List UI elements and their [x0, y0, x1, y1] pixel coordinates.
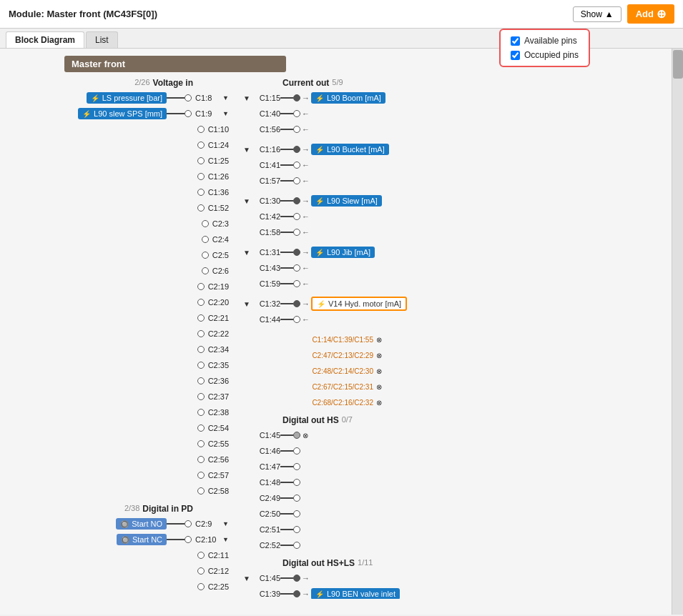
collapse-slew[interactable]: ▼ [243, 197, 252, 205]
c2-6-circle [202, 267, 209, 274]
c2-36-circle [197, 377, 205, 384]
c2-35-circle [197, 362, 205, 369]
pin-c1-36: C1:36 [7, 185, 229, 199]
bucket-block[interactable]: ⚡ L90 Bucket [mA] [311, 144, 389, 155]
start-no-block[interactable]: 🔘 Start NO [116, 518, 167, 530]
c2-6-label: C2:6 [212, 267, 229, 275]
pin-c2-12: C2:12 [7, 564, 229, 578]
pin-c1-24: C1:24 [7, 138, 229, 152]
l90-ben-label: L90 BEN valve inlet [327, 590, 395, 598]
co-row-c1-42: C1:42 ← [243, 209, 664, 224]
c2-34-circle [197, 346, 205, 353]
pin-c2-56: C2:56 [7, 452, 229, 467]
ls-pressure-pin: C1:8 [195, 94, 221, 102]
available-pins-label: Available pins [524, 36, 577, 46]
ls-pressure-dropdown[interactable]: ▼ [222, 94, 229, 101]
co-group-v14: ▼ C1:32 → ⚡ V14 Hyd. motor [mA] [243, 297, 664, 328]
c2-37-circle [197, 393, 205, 400]
inner-scroll[interactable]: Master front 2/26 Voltage in [7, 56, 664, 599]
pin-c2-3: C2:3 [7, 217, 229, 231]
collapse-dohsls[interactable]: ▼ [243, 575, 252, 582]
dohs-c1-48: C1:48 [243, 475, 664, 490]
pin-c2-22: C2:22 [7, 327, 229, 341]
show-button[interactable]: Show ▲ [573, 6, 621, 22]
c2-5-circle [202, 252, 209, 259]
start-no-label: Start NO [132, 520, 162, 528]
start-no-icon: 🔘 [120, 520, 129, 528]
co-row-c1-43: C1:43 ← [243, 261, 664, 275]
c2-4-label: C2:4 [212, 235, 229, 244]
co-row-c1-44: C1:44 ← [243, 312, 664, 327]
pin-c2-4: C2:4 [7, 232, 229, 247]
collapse-v14[interactable]: ▼ [243, 300, 252, 308]
c1-52-circle [197, 204, 205, 212]
c2-19-label: C2:19 [208, 282, 229, 291]
v14-block[interactable]: ⚡ V14 Hyd. motor [mA] [311, 297, 407, 311]
c2-19-circle [197, 283, 205, 290]
occupied-pins-checkbox[interactable] [511, 51, 520, 60]
l90-slew-dropdown[interactable]: ▼ [222, 110, 229, 117]
c2-20-label: C2:20 [208, 298, 229, 307]
pin-c2-19: C2:19 [7, 279, 229, 294]
co-conflict-1: C1:14/C1:39/C1:55 ⊗ [243, 332, 664, 347]
start-nc-label: Start NC [132, 535, 162, 544]
dipd-label: Digital in PD [142, 504, 193, 514]
c2-5-label: C2:5 [212, 251, 229, 259]
co-conflict-2: C2:47/C2:13/C2:29 ⊗ [243, 348, 664, 362]
available-pins-checkbox[interactable] [511, 36, 520, 46]
start-nc-dropdown[interactable]: ▼ [222, 536, 229, 543]
slew-label: L90 Slew [mA] [327, 197, 378, 205]
collapse-jib[interactable]: ▼ [243, 249, 252, 257]
c2-37-label: C2:37 [208, 392, 229, 401]
co-row-jib: ▼ C1:31 → ⚡ L90 Jib [mA] [243, 245, 664, 259]
co-count: 5/9 [332, 78, 343, 88]
start-nc-block[interactable]: 🔘 Start NC [117, 534, 167, 545]
slew-block[interactable]: ⚡ L90 Slew [mA] [311, 195, 382, 207]
scrollbar[interactable] [672, 49, 683, 615]
available-pins-option[interactable]: Available pins [511, 36, 579, 46]
pin-c2-20: C2:20 [7, 295, 229, 309]
collapse-bucket[interactable]: ▼ [243, 146, 252, 154]
ls-pressure-circle [185, 94, 192, 101]
tab-list[interactable]: List [86, 31, 118, 48]
c1-24-label: C1:24 [208, 141, 229, 149]
scrollbar-thumb[interactable] [673, 50, 683, 79]
start-nc-circle [185, 536, 192, 543]
c2-3-label: C2:3 [212, 219, 229, 228]
collapse-boom[interactable]: ▼ [243, 94, 252, 102]
jib-block[interactable]: ⚡ L90 Jib [mA] [311, 247, 375, 258]
c1-36-label: C1:36 [208, 188, 229, 197]
pin-c2-38: C2:38 [7, 405, 229, 419]
co-group-bucket: ▼ C1:16 → ⚡ L90 Bucket [mA] [243, 142, 664, 189]
l90-slew-pin: C1:9 [195, 109, 221, 118]
co-row-c1-56: C1:56 ← [243, 122, 664, 136]
start-no-dropdown[interactable]: ▼ [222, 520, 229, 527]
digital-out-hsls-section: Digital out HS+LS 1/11 ▼ C1:45 → [243, 558, 664, 599]
tab-block-diagram[interactable]: Block Diagram [6, 31, 84, 48]
occupied-pins-option[interactable]: Occupied pins [511, 50, 579, 60]
ls-pressure-block[interactable]: ⚡ LS pressure [bar] [87, 92, 167, 104]
dohs-c2-51: C2:51 [243, 522, 664, 537]
v14-label: V14 Hyd. motor [mA] [328, 299, 401, 308]
l90-ben-block[interactable]: ⚡ L90 BEN valve inlet [311, 588, 400, 599]
l90-slew-line [167, 113, 185, 114]
bucket-label: L90 Bucket [mA] [327, 145, 385, 154]
start-nc-line [167, 539, 185, 540]
c2-54-label: C2:54 [208, 424, 229, 432]
boom-block[interactable]: ⚡ L90 Boom [mA] [311, 92, 385, 104]
l90-ben-icon: ⚡ [315, 590, 324, 598]
add-button[interactable]: Add ⊕ [627, 4, 674, 24]
co-row-v14: ▼ C1:32 → ⚡ V14 Hyd. motor [mA] [243, 297, 664, 311]
c2-34-label: C2:34 [208, 345, 229, 354]
start-no-pin: C2:9 [195, 520, 221, 528]
pin-c2-36: C2:36 [7, 374, 229, 388]
l90-slew-block[interactable]: ⚡ L90 slew SPS [mm] [78, 108, 167, 119]
dohsls-label: Digital out HS+LS [282, 558, 355, 568]
c2-58-label: C2:58 [208, 487, 229, 495]
start-nc-pin: C2:10 [195, 535, 221, 544]
v14-icon: ⚡ [317, 300, 325, 308]
current-out-section: Current out 5/9 ▼ C1:15 → [243, 78, 664, 409]
co-row-c1-59: C1:59 ← [243, 277, 664, 291]
master-front-header: Master front [64, 56, 286, 72]
c2-58-circle [197, 487, 205, 495]
